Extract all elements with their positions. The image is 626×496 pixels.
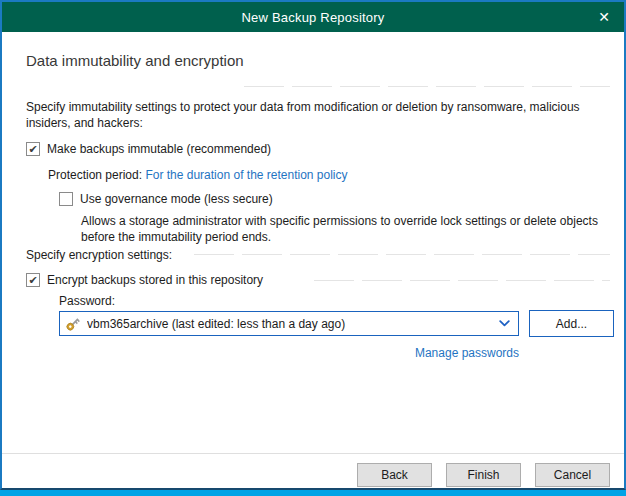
finish-button[interactable]: Finish [446,463,521,487]
make-backups-immutable-row: ✔ Make backups immutable (recommended) [26,142,271,156]
key-icon [65,316,81,332]
encrypt-row-separator [314,280,610,281]
manage-passwords-row: Manage passwords [59,343,519,361]
window-title: New Backup Repository [242,10,385,25]
password-label: Password: [59,294,115,308]
password-combobox[interactable]: vbm365archive (last edited: less than a … [59,311,519,336]
back-button[interactable]: Back [357,463,432,487]
immutability-intro-text: Specify immutability settings to protect… [26,99,580,131]
encryption-separator [194,254,610,255]
protection-period-link[interactable]: For the duration of the retention policy [145,168,347,182]
footer-separator [2,453,624,454]
encrypt-backups-checkbox[interactable]: ✔ [26,273,40,287]
make-backups-immutable-checkbox[interactable]: ✔ [26,142,40,156]
governance-mode-row: Use governance mode (less secure) [59,192,273,206]
manage-passwords-link[interactable]: Manage passwords [415,346,519,360]
add-password-button[interactable]: Add... [529,310,614,337]
governance-description: Allows a storage administrator with spec… [81,213,598,245]
protection-period-row: Protection period: For the duration of t… [48,168,348,182]
encrypt-backups-row: ✔ Encrypt backups stored in this reposit… [26,273,263,287]
titlebar: New Backup Repository ✕ [2,2,624,32]
encrypt-backups-label: Encrypt backups stored in this repositor… [47,273,263,287]
close-icon[interactable]: ✕ [584,2,624,32]
make-backups-immutable-label: Make backups immutable (recommended) [47,142,271,156]
footer-buttons: Back Finish Cancel [357,463,610,487]
encryption-intro-text: Specify encryption settings: [26,248,172,262]
governance-mode-label: Use governance mode (less secure) [80,192,273,206]
chevron-down-icon[interactable] [499,320,510,327]
heading-separator [244,86,610,87]
protection-period-label: Protection period: [48,168,142,182]
governance-mode-checkbox[interactable] [59,192,73,206]
checkmark-icon: ✔ [28,142,37,156]
dialog-window: New Backup Repository ✕ Data immutabilit… [0,0,626,490]
cancel-button[interactable]: Cancel [535,463,610,487]
password-selected-value: vbm365archive (last edited: less than a … [87,317,493,331]
checkmark-icon: ✔ [28,273,37,287]
page-title: Data immutability and encryption [26,52,244,69]
